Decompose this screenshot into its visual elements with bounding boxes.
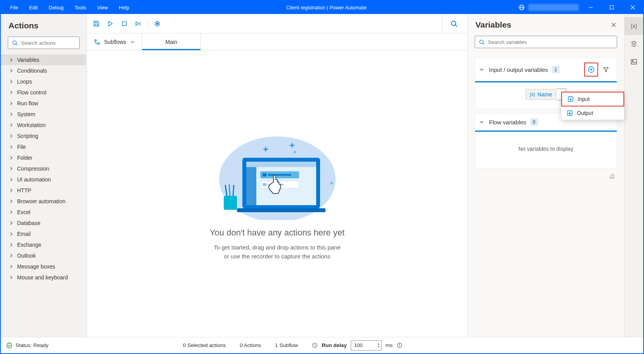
action-group-item[interactable]: System xyxy=(1,109,86,120)
selected-actions-count: 0 Selected actions xyxy=(183,342,226,348)
variables-search-box[interactable] xyxy=(475,36,617,48)
filter-variables-button[interactable] xyxy=(599,63,613,77)
action-group-item[interactable]: Variables xyxy=(1,54,86,65)
action-group-item[interactable]: Workstation xyxy=(1,120,86,131)
info-icon[interactable] xyxy=(397,342,402,348)
tab-main-label: Main xyxy=(165,39,177,45)
svg-marker-13 xyxy=(136,22,139,26)
globe-icon[interactable] xyxy=(518,4,525,11)
chevron-right-icon xyxy=(9,91,13,94)
flow-section-title: Flow variables xyxy=(489,119,526,126)
action-group-label: Database xyxy=(17,220,40,226)
action-group-item[interactable]: Scripting xyxy=(1,131,86,141)
add-variable-dropdown: Input Output xyxy=(561,92,624,120)
add-variable-button[interactable] xyxy=(584,63,598,77)
clear-variables-button[interactable] xyxy=(609,172,616,179)
dropdown-input-option[interactable]: Input xyxy=(561,92,624,106)
action-group-label: Variables xyxy=(17,57,39,63)
menu-help[interactable]: Help xyxy=(113,2,135,14)
run-delay-value: 100 xyxy=(354,342,377,348)
action-group-item[interactable]: Folder xyxy=(1,152,86,163)
maximize-button[interactable] xyxy=(603,1,621,14)
action-group-label: Folder xyxy=(17,155,33,161)
svg-rect-35 xyxy=(263,183,266,186)
minimize-button[interactable] xyxy=(582,1,600,14)
svg-line-24 xyxy=(229,184,230,196)
variables-panel-title: Variables xyxy=(475,20,511,30)
run-button[interactable] xyxy=(103,17,117,31)
chevron-right-icon xyxy=(9,276,13,279)
action-group-item[interactable]: Run flow xyxy=(1,98,86,109)
spinner-arrows[interactable]: ▲▼ xyxy=(377,342,380,349)
action-group-item[interactable]: HTTP xyxy=(1,185,86,196)
close-window-button[interactable] xyxy=(624,1,642,14)
variables-search-input[interactable] xyxy=(488,39,613,45)
svg-marker-11 xyxy=(109,21,112,26)
action-group-item[interactable]: Database xyxy=(1,218,86,228)
title-bar: File Edit Debug Tools View Help Client r… xyxy=(1,1,643,14)
svg-point-56 xyxy=(399,344,400,344)
action-group-item[interactable]: Conditionals xyxy=(1,65,86,76)
actions-panel-title: Actions xyxy=(1,14,87,35)
collapse-flow-button[interactable] xyxy=(479,119,484,125)
action-group-item[interactable]: Excel xyxy=(1,207,86,218)
chevron-right-icon xyxy=(9,265,13,269)
menu-debug[interactable]: Debug xyxy=(43,2,69,14)
chevron-right-icon xyxy=(9,167,13,171)
rail-images-button[interactable] xyxy=(625,53,643,71)
svg-point-16 xyxy=(156,23,158,25)
flow-variables-section: Flow variables 0 No variables to display xyxy=(475,113,617,169)
svg-rect-10 xyxy=(95,24,97,26)
step-button[interactable] xyxy=(131,17,145,31)
menu-tools[interactable]: Tools xyxy=(69,2,92,14)
svg-rect-9 xyxy=(95,21,97,23)
rail-ui-elements-button[interactable] xyxy=(625,35,643,53)
window-title: Client registration | Power Automate xyxy=(135,5,518,10)
action-group-label: Flow control xyxy=(17,89,46,96)
menu-file[interactable]: File xyxy=(5,2,24,14)
action-group-label: Loops xyxy=(17,78,32,85)
subflows-dropdown[interactable]: Subflows xyxy=(87,33,142,50)
save-button[interactable] xyxy=(89,17,103,31)
actions-search-box[interactable] xyxy=(8,37,80,49)
action-group-item[interactable]: UI automation xyxy=(1,174,86,185)
search-icon xyxy=(479,39,485,45)
variable-chip-row: {x} Name xyxy=(526,89,566,100)
menu-view[interactable]: View xyxy=(92,2,113,14)
dropdown-output-option[interactable]: Output xyxy=(561,106,624,120)
svg-rect-32 xyxy=(263,173,266,176)
action-group-item[interactable]: File xyxy=(1,141,86,152)
chevron-right-icon xyxy=(9,243,13,247)
action-group-item[interactable]: Email xyxy=(1,228,86,239)
run-delay-input[interactable]: 100 ▲▼ xyxy=(351,340,382,351)
search-icon xyxy=(12,40,18,46)
menu-edit[interactable]: Edit xyxy=(24,2,43,14)
action-group-item[interactable]: Browser automation xyxy=(1,196,86,207)
variables-close-button[interactable] xyxy=(611,22,616,28)
action-group-label: Exchange xyxy=(17,242,41,248)
actions-group-list[interactable]: VariablesConditionalsLoopsFlow controlRu… xyxy=(1,54,87,337)
action-group-item[interactable]: Message boxes xyxy=(1,261,86,272)
flow-count-badge: 0 xyxy=(530,118,538,126)
action-group-item[interactable]: Mouse and keyboard xyxy=(1,272,86,283)
collapse-io-button[interactable] xyxy=(479,67,484,72)
action-group-item[interactable]: Outlook xyxy=(1,250,86,261)
action-group-item[interactable]: Compression xyxy=(1,163,86,174)
stop-button[interactable] xyxy=(117,17,131,31)
action-group-item[interactable]: Flow control xyxy=(1,87,86,98)
svg-point-19 xyxy=(95,40,96,41)
svg-rect-50 xyxy=(631,59,637,64)
action-group-item[interactable]: Loops xyxy=(1,76,86,87)
run-delay-label: Run delay xyxy=(322,342,347,348)
action-group-item[interactable]: Exchange xyxy=(1,239,86,250)
status-ok-icon xyxy=(6,342,12,349)
canvas-toolbar xyxy=(87,14,467,33)
tab-main[interactable]: Main xyxy=(142,33,201,50)
environment-pill[interactable] xyxy=(528,4,579,11)
variable-chip-name[interactable]: {x} Name xyxy=(526,89,556,100)
rail-variables-button[interactable]: {x} xyxy=(625,17,643,35)
recorder-button[interactable] xyxy=(150,17,164,31)
right-icon-rail: {x} xyxy=(625,14,643,337)
canvas-search-button[interactable] xyxy=(442,14,465,33)
actions-search-input[interactable] xyxy=(21,40,87,46)
